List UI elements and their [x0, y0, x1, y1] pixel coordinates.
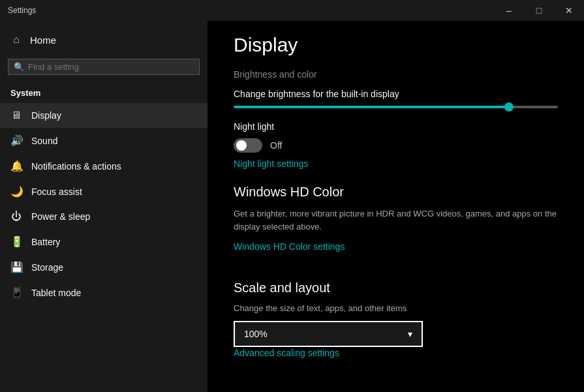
sidebar-item-focus-label: Focus assist [31, 187, 82, 197]
hd-color-heading: Windows HD Color [234, 185, 558, 200]
scale-heading: Scale and layout [234, 280, 558, 295]
titlebar-controls: – □ ✕ [494, 0, 584, 21]
sidebar-item-sound[interactable]: 🔊 Sound [0, 128, 207, 153]
sidebar-home-label: Home [30, 35, 56, 46]
sidebar: ⌂ Home 🔍 System 🖥 Display 🔊 Sound 🔔 Noti… [0, 21, 207, 392]
main-layout: ⌂ Home 🔍 System 🖥 Display 🔊 Sound 🔔 Noti… [0, 21, 584, 392]
search-box: 🔍 [8, 59, 200, 75]
sidebar-item-power[interactable]: ⏻ Power & sleep [0, 204, 207, 229]
sidebar-item-battery[interactable]: 🔋 Battery [0, 229, 207, 254]
titlebar: Settings – □ ✕ [0, 0, 584, 21]
brightness-slider-container[interactable] [234, 106, 558, 108]
advanced-scaling-link[interactable]: Advanced scaling settings [234, 348, 339, 358]
sound-icon: 🔊 [10, 134, 22, 147]
power-icon: ⏻ [10, 211, 22, 222]
display-icon: 🖥 [10, 110, 22, 121]
sidebar-item-tablet-label: Tablet mode [31, 288, 81, 298]
scale-description: Change the size of text, apps, and other… [234, 303, 558, 313]
brightness-subtitle: Brightness and color [234, 69, 558, 80]
brightness-slider[interactable] [234, 106, 558, 108]
scale-layout-section: Scale and layout Change the size of text… [234, 280, 558, 374]
search-icon: 🔍 [14, 62, 24, 72]
sidebar-item-tablet[interactable]: 📱 Tablet mode [0, 280, 207, 305]
focus-icon: 🌙 [10, 185, 22, 198]
sidebar-item-focus[interactable]: 🌙 Focus assist [0, 179, 207, 204]
sidebar-item-notifications-label: Notifications & actions [31, 161, 121, 172]
scale-dropdown[interactable]: 100% ▾ [234, 321, 423, 347]
sidebar-item-power-label: Power & sleep [31, 211, 90, 222]
search-input[interactable] [28, 62, 194, 72]
sidebar-item-display-label: Display [31, 110, 61, 121]
minimize-button[interactable]: – [494, 0, 524, 21]
tablet-icon: 📱 [10, 286, 22, 299]
battery-icon: 🔋 [10, 235, 22, 248]
sidebar-item-storage-label: Storage [31, 262, 63, 273]
sidebar-item-storage[interactable]: 💾 Storage [0, 254, 207, 280]
sidebar-item-display[interactable]: 🖥 Display [0, 103, 207, 128]
night-light-row: Off [234, 138, 558, 153]
night-light-state: Off [270, 140, 282, 151]
hd-color-description: Get a brighter, more vibrant picture in … [234, 207, 558, 233]
scale-dropdown-container: 100% ▾ [234, 321, 423, 347]
night-light-toggle[interactable] [234, 138, 262, 153]
chevron-down-icon: ▾ [408, 329, 412, 339]
sidebar-item-notifications[interactable]: 🔔 Notifications & actions [0, 153, 207, 179]
brightness-label: Change brightness for the built-in displ… [234, 89, 558, 99]
sidebar-item-sound-label: Sound [31, 136, 57, 146]
sidebar-item-home[interactable]: ⌂ Home [0, 26, 207, 53]
toggle-thumb [236, 140, 247, 151]
notifications-icon: 🔔 [10, 160, 22, 172]
home-icon: ⌂ [10, 34, 22, 46]
maximize-button[interactable]: □ [524, 0, 554, 21]
slider-thumb[interactable] [504, 102, 514, 112]
sidebar-item-battery-label: Battery [31, 237, 60, 247]
scale-dropdown-value: 100% [244, 329, 268, 339]
content-area: Display Brightness and color Change brig… [207, 21, 584, 392]
page-title: Display [234, 34, 558, 56]
night-light-label: Night light [234, 121, 558, 132]
hd-color-settings-link[interactable]: Windows HD Color settings [234, 241, 345, 252]
close-button[interactable]: ✕ [554, 0, 584, 21]
system-section-label: System [0, 80, 207, 103]
night-light-settings-link[interactable]: Night light settings [234, 158, 308, 169]
storage-icon: 💾 [10, 261, 22, 273]
titlebar-title: Settings [8, 6, 36, 15]
